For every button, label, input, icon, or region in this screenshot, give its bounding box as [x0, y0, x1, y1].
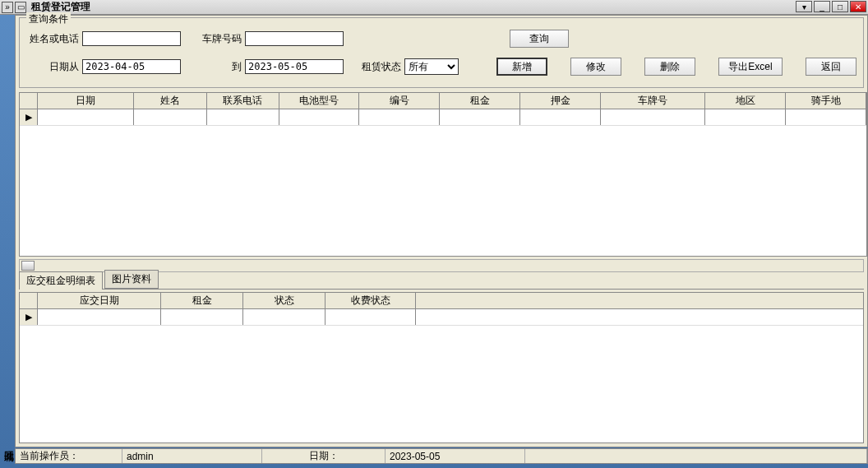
detail-tabs: 应交租金明细表 图片资料: [19, 273, 864, 290]
status-operator-label: 当前操作员：: [16, 449, 122, 463]
row-indicator-header: [20, 293, 38, 308]
label-name-phone: 姓名或电话: [28, 32, 82, 46]
window-icon: ▭: [15, 2, 26, 13]
lease-status-select[interactable]: 所有: [404, 58, 459, 75]
chevrons-icon[interactable]: »: [2, 2, 13, 13]
col-date[interactable]: 日期: [38, 93, 134, 109]
grid-header: 日期 姓名 联系电话 电池型号 编号 租金 押金 车牌号 地区 骑手地: [20, 93, 866, 109]
back-button[interactable]: 返回: [806, 58, 856, 76]
col-due-date[interactable]: 应交日期: [38, 293, 161, 308]
col-rider-addr[interactable]: 骑手地: [786, 93, 866, 109]
date-from-input[interactable]: [82, 59, 181, 74]
main-panel: 查询条件 姓名或电话 车牌号码 查询 日期从 到 租赁状态 所有 新增: [15, 15, 868, 447]
col-number[interactable]: 编号: [359, 93, 440, 109]
detail-grid: 应交日期 租金 状态 收费状态 ▶: [19, 292, 864, 443]
col-deposit[interactable]: 押金: [520, 93, 601, 109]
status-operator-value: admin: [122, 449, 262, 463]
title-bar: » ▭ 租赁登记管理 ▾ _ □ ✕: [0, 0, 868, 15]
label-date-to: 到: [220, 60, 245, 74]
col-name[interactable]: 姓名: [134, 93, 206, 109]
label-plate: 车牌号码: [199, 32, 245, 46]
query-groupbox: 查询条件 姓名或电话 车牌号码 查询 日期从 到 租赁状态 所有 新增: [19, 17, 864, 88]
col-battery[interactable]: 电池型号: [279, 93, 360, 109]
maximize-button[interactable]: □: [832, 1, 848, 12]
close-button[interactable]: ✕: [850, 1, 866, 12]
label-lease-status: 租赁状态: [358, 60, 404, 74]
delete-button[interactable]: 删除: [644, 58, 695, 76]
minimize-button[interactable]: _: [814, 1, 830, 12]
table-row[interactable]: ▶: [20, 309, 863, 326]
status-bar: 当前操作员： admin 日期： 2023-05-05: [15, 448, 868, 464]
plate-input[interactable]: [245, 31, 344, 46]
row-indicator-icon: ▶: [20, 309, 38, 325]
col-pay-status[interactable]: 收费状态: [326, 293, 416, 308]
query-button[interactable]: 查询: [510, 30, 569, 48]
status-date-value: 2023-05-05: [386, 449, 525, 463]
edit-button[interactable]: 修改: [570, 58, 621, 76]
add-button[interactable]: 新增: [496, 58, 547, 76]
minimize-tray-button[interactable]: ▾: [796, 1, 812, 12]
tab-images[interactable]: 图片资料: [104, 270, 159, 289]
scrollbar-thumb[interactable]: [21, 261, 35, 271]
status-date-label: 日期：: [262, 449, 386, 463]
col-plate[interactable]: 车牌号: [601, 93, 705, 109]
col-status[interactable]: 状态: [243, 293, 326, 308]
groupbox-title: 查询条件: [26, 12, 71, 26]
row-indicator-header: [20, 93, 38, 109]
col-region[interactable]: 地区: [705, 93, 786, 109]
tab-rent-detail[interactable]: 应交租金明细表: [19, 271, 103, 290]
table-row[interactable]: ▶: [20, 109, 866, 126]
col-rent[interactable]: 租金: [440, 93, 520, 109]
label-date-from: 日期从: [28, 60, 82, 74]
export-button[interactable]: 导出Excel: [718, 58, 783, 76]
main-grid: 日期 姓名 联系电话 电池型号 编号 租金 押金 车牌号 地区 骑手地 ▶: [19, 92, 867, 257]
row-indicator-icon: ▶: [20, 109, 38, 125]
col-rent2[interactable]: 租金: [161, 293, 243, 308]
detail-grid-header: 应交日期 租金 状态 收费状态: [20, 293, 863, 309]
name-phone-input[interactable]: [82, 31, 181, 46]
date-to-input[interactable]: [245, 59, 344, 74]
col-phone[interactable]: 联系电话: [207, 93, 279, 109]
